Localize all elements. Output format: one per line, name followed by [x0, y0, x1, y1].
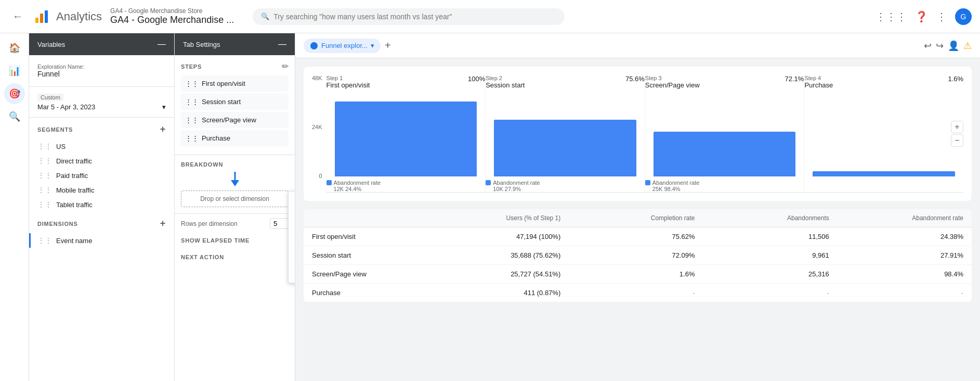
- step1-name: First open/visit: [326, 81, 370, 89]
- app-name-label: Analytics: [56, 10, 102, 23]
- redo-button[interactable]: ↪: [936, 40, 944, 52]
- col-header-step: [312, 214, 426, 222]
- sidebar-item-reports[interactable]: 📊: [4, 60, 25, 81]
- nav-title-block: GA4 - Google Merchandise Store GA4 - Goo…: [110, 7, 234, 26]
- icon-sidebar: 🏠 📊 🎯 🔍: [0, 33, 29, 381]
- add-segment-button[interactable]: +: [160, 124, 166, 135]
- drop-placeholder-text: Drop or select dimension: [200, 195, 269, 202]
- sidebar-item-home[interactable]: 🏠: [4, 37, 25, 58]
- funnel-step-4: Step 4 Purchase 1.6%: [804, 75, 963, 192]
- steps-section: STEPS ✏ ⋮⋮ First open/visit ⋮⋮ Session s…: [175, 55, 295, 155]
- analytics-logo-icon: [33, 8, 50, 25]
- dimensions-list: ⋮⋮ Event name: [29, 233, 174, 248]
- step-drag-icon: ⋮⋮: [185, 98, 199, 106]
- tab-settings-panel: Tab Settings — STEPS ✏ ⋮⋮ First open/vis…: [175, 33, 295, 381]
- variables-collapse-icon[interactable]: —: [158, 40, 166, 49]
- y-axis-0: 0: [319, 173, 322, 179]
- active-tab-label: Funnel explor...: [321, 42, 368, 49]
- row4-step: Purchase: [312, 289, 426, 297]
- tab-settings-panel-header: Tab Settings —: [175, 33, 295, 55]
- chart-area: 48K 24K 0 Step 1 First open/visit: [295, 58, 980, 381]
- search-input[interactable]: [273, 12, 556, 21]
- dropdown-item-country[interactable]: Country: [289, 228, 295, 246]
- y-axis: 48K 24K 0: [312, 75, 326, 179]
- step3-abandonment: Abandonment rate: [645, 180, 804, 186]
- row2-completion: 72.09%: [560, 251, 695, 259]
- step-item-first-open[interactable]: ⋮⋮ First open/visit: [181, 75, 289, 92]
- app-body: 🏠 📊 🎯 🔍 Variables — Exploration Name: Fu…: [0, 33, 980, 381]
- next-action-label: NEXT ACTION: [181, 254, 289, 260]
- dimension-item-event-name[interactable]: ⋮⋮ Event name: [29, 233, 174, 248]
- step3-abandonment-value: 25K 98.4%: [645, 186, 804, 192]
- segment-item-direct-traffic[interactable]: ⋮⋮ Direct traffic: [29, 154, 174, 168]
- sidebar-item-advertising[interactable]: 🔍: [4, 106, 25, 127]
- dropdown-item-device-category[interactable]: Device category: [289, 246, 295, 264]
- add-tab-button[interactable]: +: [385, 40, 391, 52]
- step2-abandonment-label: Abandonment rate: [493, 180, 540, 186]
- step4-name: Purchase: [804, 81, 833, 89]
- dropdown-item-gender[interactable]: Gender: [289, 210, 295, 228]
- col-header-abandonment-rate: Abandonment rate: [829, 214, 963, 222]
- breakdown-dropdown: Event name Gender Country Device categor…: [288, 191, 295, 283]
- row4-completion: -: [560, 289, 695, 297]
- search-bar[interactable]: 🔍: [253, 8, 565, 25]
- funnel-step-3: Step 3 Screen/Page view 72.1% Abandonme: [645, 75, 805, 192]
- tab-dropdown-icon[interactable]: ▾: [371, 42, 374, 49]
- table-header: Users (% of Step 1) Completion rate Aban…: [304, 209, 972, 227]
- step4-pct: 1.6%: [948, 75, 963, 83]
- help-icon[interactable]: ❓: [915, 10, 928, 23]
- row3-step: Screen/Page view: [312, 270, 426, 278]
- segment-item-mobile-traffic[interactable]: ⋮⋮ Mobile traffic: [29, 183, 174, 197]
- row2-abandonment-rate: 27.91%: [829, 251, 963, 259]
- rows-per-dim-input[interactable]: [270, 218, 289, 229]
- active-tab-funnel[interactable]: Funnel explor... ▾: [304, 39, 381, 53]
- drag-handle-icon: ⋮⋮: [37, 236, 52, 245]
- step-item-screen-page-view[interactable]: ⋮⋮ Screen/Page view: [181, 112, 289, 128]
- alert-icon[interactable]: ⚠: [963, 40, 972, 52]
- segment-item-tablet-traffic[interactable]: ⋮⋮ Tablet traffic: [29, 197, 174, 212]
- add-dimension-button[interactable]: +: [160, 218, 166, 229]
- step-item-purchase[interactable]: ⋮⋮ Purchase: [181, 130, 289, 146]
- dropdown-item-first-user-medium[interactable]: First user medium: [289, 264, 295, 283]
- drag-handle-icon: ⋮⋮: [37, 186, 52, 194]
- step3-bar: [654, 132, 796, 176]
- dropdown-item-event-name[interactable]: Event name: [289, 192, 295, 210]
- variables-title: Variables: [37, 41, 65, 48]
- funnel-chart-container: 48K 24K 0 Step 1 First open/visit: [304, 67, 972, 201]
- grid-icon[interactable]: ⋮⋮⋮: [876, 10, 907, 23]
- col-header-abandonments: Abandonments: [695, 214, 829, 222]
- main-content: Funnel explor... ▾ + ↩ ↪ 👤 ⚠ 48K 24K 0: [295, 33, 980, 381]
- step1-pct: 100%: [468, 75, 485, 83]
- svg-marker-4: [231, 180, 239, 186]
- row1-users: 47,194 (100%): [426, 233, 560, 240]
- undo-button[interactable]: ↩: [924, 40, 932, 52]
- row2-users: 35,688 (75.62%): [426, 251, 560, 259]
- svg-rect-2: [45, 10, 48, 23]
- segments-section-header: SEGMENTS +: [29, 118, 174, 139]
- breakdown-drop-zone[interactable]: Drop or select dimension Event name Gend…: [181, 190, 289, 207]
- segments-list: ⋮⋮ US ⋮⋮ Direct traffic ⋮⋮ Paid traffic …: [29, 139, 174, 212]
- exploration-name-section: Exploration Name: Funnel: [29, 55, 174, 87]
- exploration-name-label: Exploration Name:: [37, 63, 166, 70]
- edit-steps-icon[interactable]: ✏: [282, 61, 289, 71]
- tab-settings-collapse-icon[interactable]: —: [278, 40, 286, 49]
- step2-name: Session start: [486, 81, 525, 89]
- segment-item-paid-traffic[interactable]: ⋮⋮ Paid traffic: [29, 168, 174, 183]
- avatar[interactable]: G: [955, 8, 972, 25]
- nav-back-button[interactable]: ←: [8, 6, 27, 27]
- segment-label-us: US: [56, 143, 66, 150]
- variables-panel: Variables — Exploration Name: Funnel Cus…: [29, 33, 175, 381]
- date-range-value[interactable]: Mar 5 - Apr 3, 2023 ▾: [37, 103, 166, 111]
- zoom-out-button[interactable]: −: [951, 134, 963, 147]
- sidebar-item-explore[interactable]: 🎯: [4, 83, 25, 104]
- down-arrow-icon: [229, 172, 241, 188]
- drag-handle-icon: ⋮⋮: [37, 142, 52, 150]
- zoom-in-button[interactable]: +: [951, 121, 963, 133]
- more-options-icon[interactable]: ⋮: [936, 10, 947, 23]
- share-button[interactable]: 👤: [948, 40, 959, 52]
- step2-pct: 75.6%: [625, 75, 645, 83]
- segment-item-us[interactable]: ⋮⋮ US: [29, 139, 174, 154]
- segment-label-paid: Paid traffic: [56, 172, 88, 180]
- date-range-label: Custom: [37, 94, 63, 101]
- step-item-session-start[interactable]: ⋮⋮ Session start: [181, 94, 289, 110]
